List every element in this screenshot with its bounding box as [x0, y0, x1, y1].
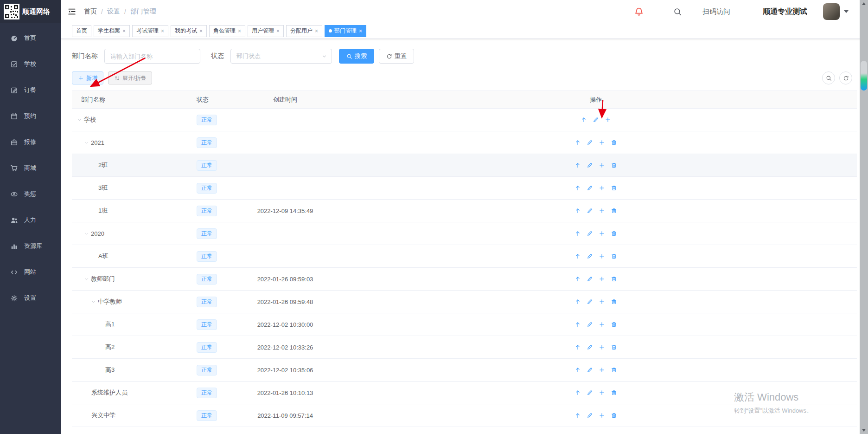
- delete-icon[interactable]: [611, 253, 617, 259]
- move-up-icon[interactable]: [574, 298, 581, 305]
- close-tab-icon[interactable]: ×: [122, 28, 126, 34]
- delete-icon[interactable]: [611, 185, 617, 191]
- table-row[interactable]: 学校正常: [72, 109, 857, 131]
- tab-首页[interactable]: 首页: [72, 25, 91, 37]
- delete-icon[interactable]: [611, 344, 617, 350]
- expand-caret-icon[interactable]: [91, 299, 96, 304]
- move-up-icon[interactable]: [574, 276, 581, 282]
- search-button[interactable]: 搜索: [339, 49, 374, 64]
- close-tab-icon[interactable]: ×: [199, 28, 203, 34]
- vertical-scrollbar[interactable]: [860, 0, 868, 434]
- move-up-icon[interactable]: [574, 344, 581, 350]
- table-row[interactable]: 3班正常: [72, 177, 857, 200]
- sidebar-item-settings[interactable]: 设置: [0, 285, 61, 311]
- expand-caret-icon[interactable]: [84, 140, 89, 145]
- tab-分配用户[interactable]: 分配用户×: [286, 25, 322, 37]
- avatar[interactable]: [823, 3, 840, 20]
- table-row[interactable]: 2021正常: [72, 131, 857, 154]
- edit-icon[interactable]: [593, 117, 599, 123]
- table-row[interactable]: 兴义中学正常2022-11-09 09:57:14: [72, 404, 857, 427]
- add-icon[interactable]: [599, 412, 605, 419]
- sidebar-item-meal[interactable]: 订餐: [0, 77, 61, 103]
- table-row[interactable]: 教师部门正常2022-01-26 09:59:03: [72, 268, 857, 291]
- add-icon[interactable]: [599, 139, 605, 146]
- expand-caret-icon[interactable]: [84, 231, 89, 236]
- add-icon[interactable]: [599, 367, 605, 373]
- show-search-toggle-icon[interactable]: [822, 71, 835, 84]
- close-tab-icon[interactable]: ×: [238, 28, 241, 34]
- edit-icon[interactable]: [587, 298, 593, 305]
- edit-icon[interactable]: [587, 207, 593, 214]
- tab-我的考试[interactable]: 我的考试×: [171, 25, 207, 37]
- close-tab-icon[interactable]: ×: [161, 28, 164, 34]
- sidebar-item-booking[interactable]: 预约: [0, 103, 61, 129]
- add-icon[interactable]: [599, 321, 605, 328]
- add-department-button[interactable]: 新增: [72, 71, 103, 84]
- tab-角色管理[interactable]: 角色管理×: [209, 25, 245, 37]
- delete-icon[interactable]: [611, 412, 617, 419]
- scroll-up-arrow-icon[interactable]: [860, 0, 868, 7]
- move-up-icon[interactable]: [574, 162, 581, 168]
- edit-icon[interactable]: [587, 253, 593, 259]
- tab-考试管理[interactable]: 考试管理×: [132, 25, 168, 37]
- scrollbar-thumb[interactable]: [861, 61, 867, 91]
- close-tab-icon[interactable]: ×: [359, 28, 362, 34]
- move-up-icon[interactable]: [574, 412, 581, 419]
- sidebar-item-rewards[interactable]: 奖惩: [0, 181, 61, 207]
- table-row[interactable]: 高2正常2022-12-02 10:33:26: [72, 336, 857, 359]
- add-icon[interactable]: [599, 298, 605, 305]
- edit-icon[interactable]: [587, 389, 593, 396]
- add-icon[interactable]: [599, 207, 605, 214]
- move-up-icon[interactable]: [574, 389, 581, 396]
- table-row[interactable]: 高1正常2022-12-02 10:30:00: [72, 313, 857, 336]
- expand-caret-icon[interactable]: [84, 277, 89, 282]
- user-menu-caret-icon[interactable]: [844, 10, 849, 13]
- delete-icon[interactable]: [611, 139, 617, 146]
- move-up-icon[interactable]: [574, 139, 581, 146]
- notification-bell-icon[interactable]: [634, 7, 644, 16]
- sidebar-item-resources[interactable]: 资源库: [0, 233, 61, 259]
- add-icon[interactable]: [599, 253, 605, 259]
- edit-icon[interactable]: [587, 230, 593, 237]
- move-up-icon[interactable]: [574, 367, 581, 373]
- edit-icon[interactable]: [587, 344, 593, 350]
- sidebar-item-home[interactable]: 首页: [0, 25, 61, 51]
- move-up-icon[interactable]: [574, 321, 581, 328]
- move-up-icon[interactable]: [574, 207, 581, 214]
- reset-button[interactable]: 重置: [379, 49, 414, 64]
- sidebar-item-website[interactable]: 网站: [0, 259, 61, 285]
- table-row[interactable]: 系统维护人员正常2022-01-26 10:10:13: [72, 382, 857, 404]
- delete-icon[interactable]: [611, 276, 617, 282]
- app-logo[interactable]: 顺通网络: [0, 0, 61, 23]
- delete-icon[interactable]: [611, 207, 617, 214]
- sidebar-item-hr[interactable]: 人力: [0, 207, 61, 233]
- edit-icon[interactable]: [587, 185, 593, 191]
- delete-icon[interactable]: [611, 321, 617, 328]
- sidebar-item-repair[interactable]: 报修: [0, 129, 61, 155]
- tab-学生档案[interactable]: 学生档案×: [94, 25, 130, 37]
- close-tab-icon[interactable]: ×: [276, 28, 280, 34]
- add-icon[interactable]: [599, 162, 605, 168]
- table-row[interactable]: 中学教师正常2022-01-26 09:59:48: [72, 291, 857, 313]
- move-up-icon[interactable]: [574, 185, 581, 191]
- table-row[interactable]: 2班正常: [72, 154, 857, 177]
- scroll-down-arrow-icon[interactable]: [860, 427, 868, 434]
- table-row[interactable]: A班正常: [72, 245, 857, 268]
- expand-caret-icon[interactable]: [77, 117, 82, 123]
- tab-部门管理[interactable]: 部门管理×: [325, 25, 366, 37]
- edit-icon[interactable]: [587, 321, 593, 328]
- delete-icon[interactable]: [611, 230, 617, 237]
- sidebar-collapse-icon[interactable]: [68, 7, 76, 16]
- delete-icon[interactable]: [611, 389, 617, 396]
- edit-icon[interactable]: [587, 367, 593, 373]
- edit-icon[interactable]: [587, 139, 593, 146]
- breadcrumb-home[interactable]: 首页: [84, 7, 97, 16]
- move-up-icon[interactable]: [574, 230, 581, 237]
- delete-icon[interactable]: [611, 298, 617, 305]
- move-up-icon[interactable]: [581, 117, 587, 123]
- add-icon[interactable]: [599, 185, 605, 191]
- move-up-icon[interactable]: [574, 253, 581, 259]
- close-tab-icon[interactable]: ×: [315, 28, 318, 34]
- sidebar-item-school[interactable]: 学校: [0, 51, 61, 77]
- refresh-table-icon[interactable]: [839, 71, 852, 84]
